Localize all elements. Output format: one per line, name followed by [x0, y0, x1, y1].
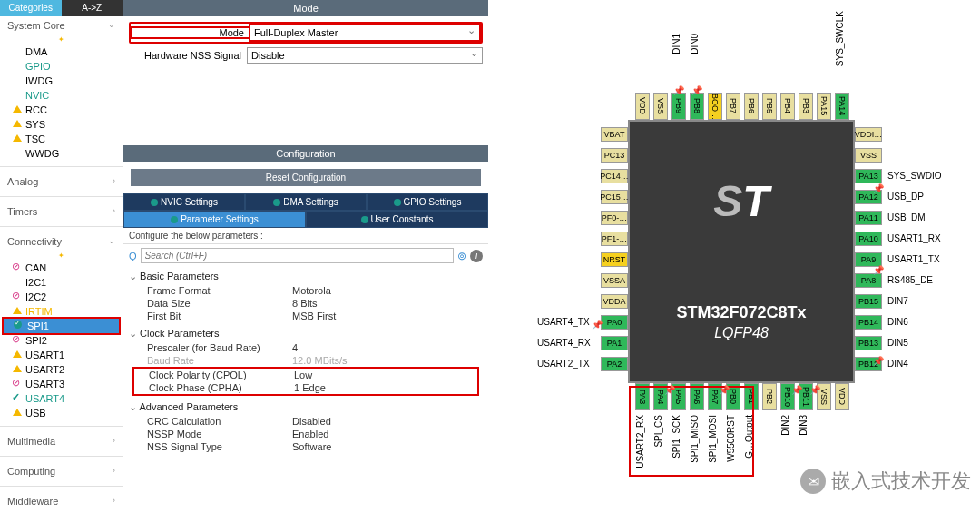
tab-gpio[interactable]: GPIO Settings [367, 193, 488, 211]
pin-top-7[interactable]: PB5 [762, 93, 777, 120]
tab-user-constants[interactable]: User Constants [306, 211, 488, 228]
pin-right-7[interactable]: PA8 [855, 273, 882, 288]
lbl-din0: DIN0 [690, 34, 700, 54]
info-icon[interactable]: i [470, 250, 483, 262]
pin-right-2[interactable]: PA13 [855, 169, 882, 183]
tree-sys[interactable]: SYS [0, 117, 122, 132]
pushpin-icon: 📌 [873, 183, 884, 193]
tree-usart4[interactable]: USART4 [0, 391, 122, 406]
pin-left-5[interactable]: PF1-… [601, 232, 628, 246]
spi-pins-highlight [629, 386, 754, 477]
tree-nvic[interactable]: NVIC [0, 88, 122, 103]
lbl-bottom-8: DIN2 [780, 415, 790, 436]
pin-top-8[interactable]: PB4 [780, 93, 795, 120]
tree-usart2[interactable]: USART2 [0, 362, 122, 377]
pin-top-9[interactable]: PB3 [799, 93, 813, 120]
pin-right-10[interactable]: PB13 [855, 336, 882, 350]
pin-right-0[interactable]: VDDI… [855, 127, 882, 142]
tree-rcc[interactable]: RCC [0, 103, 122, 117]
pin-left-10[interactable]: PA1 [601, 336, 628, 350]
pin-top-3[interactable]: PB8 [690, 93, 704, 120]
pin-right-4[interactable]: PA11 [855, 211, 882, 225]
lbl-right-9: DIN4 [887, 359, 908, 369]
advanced-params-group: Advanced Parameters CRC CalculationDisab… [123, 398, 488, 455]
pin-bottom-11[interactable]: VDD [835, 383, 849, 410]
lbl-right-6: DIN7 [887, 296, 908, 306]
tree-spi2[interactable]: SPI2 [0, 333, 122, 348]
pin-top-1[interactable]: VSS [653, 93, 668, 120]
pin-left-4[interactable]: PF0-… [601, 211, 628, 225]
param-search-input[interactable] [141, 248, 454, 263]
cat-middleware[interactable]: Middleware› [0, 492, 122, 510]
tab-categories[interactable]: Categories [0, 0, 62, 16]
tree-iwdg[interactable]: IWDG [0, 74, 122, 88]
cat-computing[interactable]: Computing› [0, 462, 122, 480]
lbl-right-1: USB_DP [887, 192, 924, 202]
tree-spi1[interactable]: SPI1 [2, 317, 121, 335]
pin-top-5[interactable]: PB7 [726, 93, 740, 120]
lbl-sys-swclk: SYS_SWCLK [835, 11, 845, 66]
pushpin-icon: 📌 [673, 85, 684, 95]
config-panel: Mode Mode Full-Duplex Master Hardware NS… [123, 0, 488, 513]
cat-system-core[interactable]: System Core⌄ [0, 16, 122, 35]
tab-a-to-z[interactable]: A->Z [62, 0, 123, 16]
tree-dma[interactable]: DMA [0, 44, 122, 59]
tab-parameter-settings[interactable]: Parameter Settings [123, 211, 306, 228]
cat-connectivity[interactable]: Connectivity⌄ [0, 232, 122, 251]
pin-left-8[interactable]: VDDA [601, 294, 628, 309]
tab-dma[interactable]: DMA Settings [245, 193, 367, 211]
pin-top-11[interactable]: PA14 [835, 93, 849, 120]
pin-left-0[interactable]: VBAT [601, 127, 628, 142]
tab-nvic[interactable]: NVIC Settings [123, 193, 245, 211]
pin-left-11[interactable]: PA2 [601, 357, 628, 371]
lbl-right-3: USART1_RX [887, 233, 941, 243]
pin-left-2[interactable]: PC14… [601, 169, 628, 183]
config-tab-row: NVIC Settings DMA Settings GPIO Settings… [123, 193, 488, 228]
hw-nss-select[interactable]: Disable [247, 47, 483, 64]
pin-top-2[interactable]: PB9 [671, 93, 686, 120]
mode-select[interactable]: Full-Duplex Master [250, 25, 480, 41]
search-option-icon[interactable]: ⊚ [457, 250, 466, 262]
clock-params-header[interactable]: Clock Parameters [129, 326, 483, 341]
tree-usb[interactable]: USB [0, 406, 122, 420]
param-search-row: Q ⊚ i [123, 244, 488, 267]
pin-right-1[interactable]: VSS [855, 148, 882, 163]
pin-left-1[interactable]: PC13 [601, 148, 628, 163]
search-icon[interactable]: Q [129, 251, 137, 261]
chip-logo: ST [630, 176, 853, 226]
pin-bottom-7[interactable]: PB2 [762, 383, 777, 410]
pin-right-9[interactable]: PB14 [855, 315, 882, 330]
pinout-view[interactable]: ST STM32F072C8Tx LQFP48 VDDVSSPB9PB8BOO…… [488, 0, 980, 513]
mode-section-header: Mode [123, 0, 488, 16]
pin-right-5[interactable]: PA10 [855, 232, 882, 246]
pin-left-7[interactable]: VSSA [601, 273, 628, 288]
pin-top-6[interactable]: PB6 [744, 93, 759, 120]
pin-left-9[interactable]: PA0 [601, 315, 628, 330]
reset-config-button[interactable]: Reset Configuration [131, 169, 481, 186]
pin-left-3[interactable]: PC15… [601, 190, 628, 204]
pin-top-4[interactable]: BOO… [708, 93, 722, 120]
tree-usart3[interactable]: USART3 [0, 377, 122, 391]
tree-i2c2[interactable]: I2C2 [0, 290, 122, 304]
basic-params-header[interactable]: Basic Parameters [129, 269, 483, 284]
chip-name: STM32F072C8Tx [630, 303, 853, 322]
tree-gpio[interactable]: GPIO [0, 59, 122, 74]
watermark: ✉ 嵌入式技术开发 [800, 468, 971, 495]
cat-timers[interactable]: Timers› [0, 202, 122, 221]
cat-multimedia[interactable]: Multimedia› [0, 432, 122, 450]
pin-top-10[interactable]: PA15 [817, 93, 831, 120]
tree-tsc[interactable]: TSC [0, 132, 122, 146]
tree-usart1[interactable]: USART1 [0, 348, 122, 362]
category-sidebar: Categories A->Z System Core⌄ ✦ DMA GPIO … [0, 0, 123, 513]
advanced-params-header[interactable]: Advanced Parameters [129, 400, 483, 415]
cat-analog[interactable]: Analog› [0, 173, 122, 191]
tree-can[interactable]: CAN [0, 261, 122, 275]
tree-wwdg[interactable]: WWDG [0, 146, 122, 161]
pushpin-icon: 📌 [873, 265, 884, 275]
pin-top-0[interactable]: VDD [635, 93, 650, 120]
pin-left-6[interactable]: NRST [601, 252, 628, 267]
pin-right-8[interactable]: PB15 [855, 294, 882, 309]
chip-package: LQFP48 [630, 325, 853, 341]
pushpin-icon: 📌 [873, 356, 884, 366]
tree-i2c1[interactable]: I2C1 [0, 275, 122, 290]
